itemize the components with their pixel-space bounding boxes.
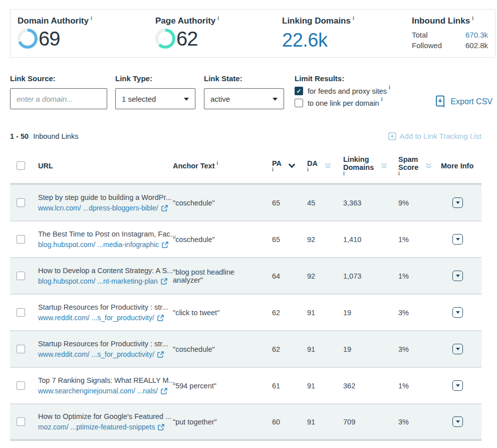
pa-value: 64 [272, 272, 307, 280]
row-checkbox[interactable] [17, 417, 25, 426]
external-link-icon [161, 278, 167, 285]
column-header-url[interactable]: URL [38, 162, 173, 170]
row-checkbox[interactable] [17, 345, 25, 353]
row-checkbox[interactable] [17, 381, 25, 390]
info-icon[interactable]: i [307, 168, 318, 172]
more-info-button[interactable] [452, 234, 463, 245]
page-authority-value: 62 [176, 29, 198, 49]
da-value: 91 [307, 418, 343, 426]
inbound-links-table: URL Anchor Texti PAi DAi LinkingDomainsi… [10, 148, 481, 441]
info-icon[interactable]: i [398, 172, 418, 176]
column-header-da[interactable]: DAi [307, 159, 343, 172]
info-icon[interactable]: i [381, 96, 383, 104]
table-row: Step by step guide to building a WordPr.… [10, 185, 481, 221]
column-header-linking-domains[interactable]: LinkingDomainsi [343, 155, 398, 176]
pa-value: 62 [272, 345, 307, 353]
external-link-icon [157, 351, 164, 358]
results-count: 1 - 50 Inbound Links [10, 132, 78, 140]
anchor-text: "594 percent" [173, 382, 272, 390]
filter-link-source: Link Source: [10, 74, 107, 109]
link-title: How to Optimize for Google's Featured ..… [38, 412, 173, 420]
da-value: 91 [307, 345, 343, 353]
linking-domains-value: 19 [343, 309, 398, 317]
domain-authority-label: Domain Authorityi [18, 16, 155, 26]
link-url[interactable]: www.reddit.com/ ...s_for_productivity/ [38, 350, 154, 358]
table-row: Startup Resources for Productivity : str… [10, 331, 481, 368]
row-checkbox[interactable] [17, 272, 25, 280]
table-row: How to Optimize for Google's Featured ..… [10, 404, 481, 441]
info-icon[interactable]: i [343, 172, 374, 176]
more-info-button[interactable] [452, 344, 463, 354]
inbound-links-total-value[interactable]: 670.3k [465, 30, 488, 40]
external-link-icon [161, 388, 167, 394]
column-header-more-info: More Info [441, 162, 481, 170]
external-link-icon [158, 424, 164, 430]
page-authority-ring [155, 29, 175, 49]
info-icon[interactable]: i [472, 16, 473, 21]
linking-domains-value: 362 [343, 382, 398, 390]
info-icon[interactable]: i [217, 16, 219, 21]
filter-link-type: Link Type: 1 selected [115, 74, 195, 109]
linking-domains-value: 709 [343, 418, 398, 426]
export-csv-button[interactable]: Export CSV [435, 94, 493, 109]
table-header: URL Anchor Texti PAi DAi LinkingDomainsi… [10, 148, 481, 185]
spam-score-value: 1% [398, 272, 441, 280]
link-source-input[interactable] [10, 88, 107, 109]
linking-domains-value: 1,073 [343, 272, 398, 280]
link-type-select[interactable]: 1 selected [115, 88, 195, 109]
spam-score-value: 3% [398, 345, 441, 353]
anchor-text: "coschedule" [173, 199, 272, 207]
link-url[interactable]: blog.hubspot.com/ ...nt-marketing-plan [38, 277, 158, 285]
info-icon[interactable]: i [389, 84, 390, 92]
column-header-spam-score[interactable]: SpamScorei [398, 155, 441, 176]
more-info-button[interactable] [452, 197, 463, 208]
anchor-text: "put together" [173, 418, 272, 426]
link-url[interactable]: www.searchenginejournal.com/ ...nals/ [38, 387, 158, 395]
link-url[interactable]: www.lcn.com/ ...dpress-bloggers-bible/ [38, 204, 158, 212]
external-link-icon [162, 242, 168, 248]
linking-domains-value: 3,363 [343, 199, 398, 207]
info-icon[interactable]: i [217, 160, 218, 166]
pa-value: 60 [272, 418, 307, 426]
link-url[interactable]: blog.hubspot.com/ ...media-infographic [38, 241, 159, 249]
limit-option-feeds: for feeds and proxy sites i [295, 87, 420, 95]
anchor-text: "click to tweet" [173, 309, 272, 317]
linking-domains-value: 19 [343, 345, 398, 353]
metric-domain-authority: Domain Authorityi 69 [18, 16, 155, 57]
row-checkbox[interactable] [17, 198, 25, 207]
link-title: Step by step guide to building a WordPr.… [38, 193, 173, 201]
select-all-checkbox[interactable] [17, 161, 25, 170]
domain-authority-value: 69 [39, 29, 60, 49]
row-checkbox[interactable] [17, 308, 25, 317]
row-checkbox[interactable] [17, 235, 25, 244]
metric-inbound-links: Inbound Linksi Total 670.3k Followed 602… [412, 16, 488, 57]
chevron-down-icon [456, 420, 460, 425]
more-info-button[interactable] [452, 416, 463, 427]
link-url[interactable]: www.reddit.com/ ...s_for_productivity/ [38, 314, 154, 322]
link-explorer-page: Domain Authorityi 69 Page Authorityi 62 … [0, 0, 497, 448]
table-row: How to Develop a Content Strategy: A S..… [10, 258, 481, 295]
column-header-anchor-text[interactable]: Anchor Texti [173, 162, 272, 170]
feeds-proxy-checkbox[interactable] [295, 87, 303, 95]
link-url[interactable]: moz.com/ ...ptimize-featured-snippets [38, 423, 155, 431]
link-title: How to Develop a Content Strategy: A S..… [38, 267, 173, 275]
more-info-button[interactable] [452, 271, 463, 281]
column-header-pa[interactable]: PAi [272, 159, 307, 172]
da-value: 91 [307, 382, 343, 390]
one-link-per-domain-checkbox[interactable] [295, 99, 303, 107]
pa-value: 61 [272, 382, 307, 390]
link-title: Top 7 Ranking Signals: What REALLY M... [38, 376, 173, 384]
limit-option-one-per-domain: to one link per domain i [295, 99, 420, 107]
info-icon[interactable]: i [272, 168, 282, 172]
spam-score-value: 3% [398, 309, 441, 317]
sort-icon [425, 163, 432, 169]
add-to-link-tracking-button[interactable]: Add to Link Tracking List [388, 132, 481, 140]
chevron-down-icon [456, 311, 460, 316]
chevron-down-icon [456, 201, 460, 206]
table-row: The Best Time to Post on Instagram, Fac.… [10, 221, 481, 258]
info-icon[interactable]: i [353, 16, 354, 21]
more-info-button[interactable] [452, 307, 463, 318]
link-state-select[interactable]: active [204, 88, 284, 109]
more-info-button[interactable] [452, 380, 463, 391]
info-icon[interactable]: i [91, 16, 92, 21]
